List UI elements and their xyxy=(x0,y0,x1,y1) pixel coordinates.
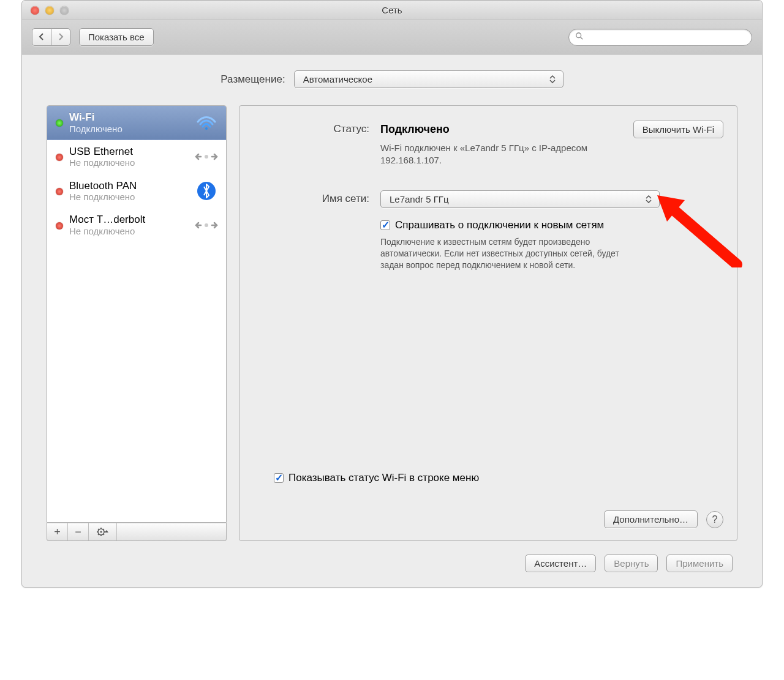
svg-point-2 xyxy=(205,127,208,130)
sidebar-item-bluetooth-pan[interactable]: Bluetooth PAN Не подключено xyxy=(47,174,226,209)
location-label: Размещение: xyxy=(221,73,285,86)
show-status-checkbox[interactable]: Показывать статус Wi-Fi в строке меню xyxy=(274,472,479,484)
nav-back-forward xyxy=(32,28,70,46)
forward-button[interactable] xyxy=(51,28,70,46)
location-row: Размещение: Автоматическое xyxy=(47,70,737,88)
sidebar-item-label: Wi-Fi Подключено xyxy=(69,111,188,134)
chevron-updown-icon xyxy=(549,75,558,83)
status-dot-icon xyxy=(56,188,63,195)
window-title: Сеть xyxy=(22,5,762,15)
status-dot-icon xyxy=(56,119,63,127)
location-value: Автоматическое xyxy=(303,74,372,84)
revert-button[interactable]: Вернуть xyxy=(605,555,658,572)
titlebar: Сеть xyxy=(22,1,762,20)
checkbox-icon xyxy=(380,220,390,230)
main-split: Wi-Fi Подключено xyxy=(47,105,737,541)
show-status-label: Показывать статус Wi-Fi в строке меню xyxy=(288,472,479,484)
chevron-updown-icon xyxy=(646,195,654,203)
remove-interface-button[interactable]: − xyxy=(68,523,89,540)
assistant-button[interactable]: Ассистент… xyxy=(525,555,596,572)
network-name-dropdown[interactable]: Le7andr 5 ГГц xyxy=(380,190,660,208)
sidebar-item-label: USB Ethernet Не подключено xyxy=(69,146,188,168)
search-input[interactable] xyxy=(587,32,745,42)
network-name-row: Имя сети: Le7andr 5 ГГц xyxy=(253,190,723,208)
advanced-button[interactable]: Дополнительно… xyxy=(604,510,698,528)
status-dot-icon xyxy=(56,154,63,161)
svg-point-3 xyxy=(205,155,208,159)
detail-pane: Статус: Подключено Выключить Wi-Fi Wi-Fi… xyxy=(239,105,737,541)
ask-join-label: Спрашивать о подключении к новым сетям xyxy=(395,219,604,231)
minimize-icon[interactable] xyxy=(45,6,54,15)
status-row: Статус: Подключено Выключить Wi-Fi Wi-Fi… xyxy=(253,121,723,166)
wifi-icon xyxy=(194,113,219,132)
zoom-icon[interactable] xyxy=(60,6,69,15)
sidebar-item-label: Bluetooth PAN Не подключено xyxy=(69,180,188,203)
ask-join-help-text: Подключение к известным сетям будет прои… xyxy=(380,236,644,271)
detail-bottom-actions: Дополнительно… ? xyxy=(604,510,723,528)
action-menu-button[interactable] xyxy=(89,523,117,540)
network-preferences-window: Сеть Показать все Размещение: Автоматиче… xyxy=(21,0,763,588)
toggle-wifi-button[interactable]: Выключить Wi-Fi xyxy=(633,121,723,138)
svg-point-0 xyxy=(576,33,581,38)
svg-point-7 xyxy=(100,531,102,533)
status-dot-icon xyxy=(56,222,63,230)
status-label: Статус: xyxy=(253,121,369,166)
interface-list: Wi-Fi Подключено xyxy=(47,105,227,523)
back-button[interactable] xyxy=(32,28,51,46)
network-name-label: Имя сети: xyxy=(253,190,369,208)
help-button[interactable]: ? xyxy=(706,511,723,528)
apply-button[interactable]: Применить xyxy=(666,555,733,572)
window-controls xyxy=(22,6,69,15)
svg-point-5 xyxy=(205,223,208,227)
location-dropdown[interactable]: Автоматическое xyxy=(294,70,564,88)
svg-line-1 xyxy=(581,37,583,40)
sidebar-item-wifi[interactable]: Wi-Fi Подключено xyxy=(47,106,226,140)
search-icon xyxy=(575,32,584,42)
gear-icon xyxy=(96,527,110,537)
status-value-block: Подключено Выключить Wi-Fi Wi-Fi подключ… xyxy=(380,121,723,166)
sidebar-footer: + − xyxy=(47,523,227,541)
status-description: Wi-Fi подключен к «Le7andr 5 ГГц» с IP-а… xyxy=(380,142,601,166)
network-name-value: Le7andr 5 ГГц xyxy=(390,194,449,204)
ask-join-checkbox[interactable]: Спрашивать о подключении к новым сетям xyxy=(380,219,723,231)
content-area: Размещение: Автоматическое Wi-Fi Подключ… xyxy=(22,54,762,587)
checkbox-icon xyxy=(274,473,284,483)
sidebar-item-label: Мост T…derbolt Не подключено xyxy=(69,214,188,236)
sidebar-item-usb-ethernet[interactable]: USB Ethernet Не подключено xyxy=(47,140,226,174)
interface-sidebar-wrap: Wi-Fi Подключено xyxy=(47,105,227,541)
ethernet-icon xyxy=(194,147,219,166)
search-field[interactable] xyxy=(568,29,752,46)
show-all-button[interactable]: Показать все xyxy=(79,28,154,46)
toolbar: Показать все xyxy=(22,20,762,54)
status-value: Подключено xyxy=(380,123,450,136)
close-icon[interactable] xyxy=(31,6,39,15)
ethernet-icon xyxy=(194,215,219,235)
add-interface-button[interactable]: + xyxy=(47,523,68,540)
window-footer-buttons: Ассистент… Вернуть Применить xyxy=(47,555,737,572)
ask-join-row: Спрашивать о подключении к новым сетям П… xyxy=(253,219,723,271)
sidebar-item-thunderbolt-bridge[interactable]: Мост T…derbolt Не подключено xyxy=(47,208,226,242)
bluetooth-icon xyxy=(194,181,219,201)
